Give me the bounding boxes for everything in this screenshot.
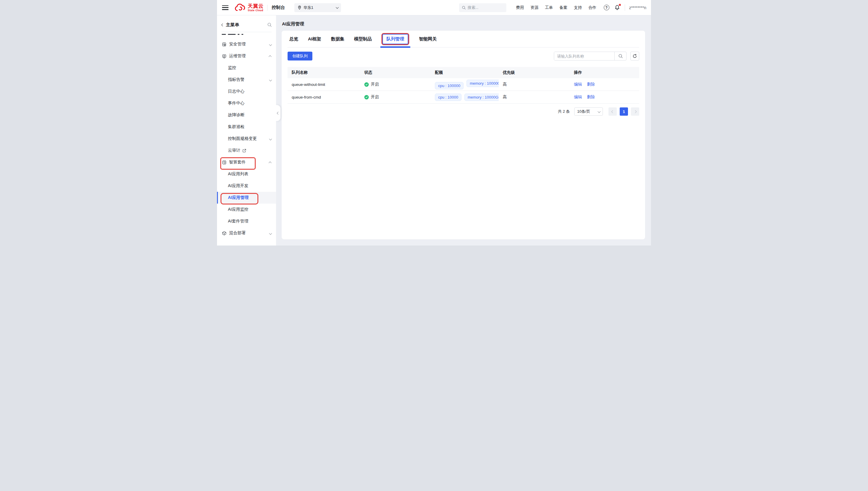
sidebar-item-event-center[interactable]: 事件中心 — [217, 97, 276, 109]
chevron-down-icon — [269, 79, 272, 82]
sidebar-item-metric-alerts[interactable]: 指标告警 — [217, 74, 276, 86]
tab-bar: 总览 AI框架 数据集 模型制品 队列管理 智能网关 — [287, 31, 639, 48]
sidebar-item-ai-app-mgmt[interactable]: AI应用管理 — [217, 192, 276, 204]
sidebar-item-cloud-audit[interactable]: 云审计 — [217, 145, 276, 156]
nav-link-filing[interactable]: 备案 — [559, 5, 567, 10]
sidebar-item-label: AI应用监控 — [228, 207, 248, 212]
sidebar-item-label: 监控 — [228, 65, 236, 70]
cpu-quota-tag: cpu : 10000 — [435, 93, 461, 101]
tab-model-artifact[interactable]: 模型制品 — [354, 36, 372, 42]
next-page-button[interactable] — [631, 107, 639, 116]
cloud-logo-icon — [234, 3, 246, 12]
col-header-status: 状态 — [360, 67, 431, 78]
chevron-left-icon — [221, 23, 224, 26]
region-selector[interactable]: 华东1 — [295, 3, 341, 12]
edit-link[interactable]: 编辑 — [574, 82, 582, 86]
tab-queue-mgmt-active[interactable]: 队列管理 — [382, 33, 409, 45]
sidebar-item-label: 云审计 — [228, 148, 240, 153]
help-icon[interactable]: ? — [604, 5, 609, 10]
sidebar-item-ai-suite-mgmt[interactable]: AI套件管理 — [217, 215, 276, 227]
global-search-input[interactable] — [468, 5, 500, 10]
status-enabled-icon — [364, 82, 369, 87]
prev-page-button[interactable] — [609, 107, 617, 116]
sidebar-item-label: AI应用管理 — [228, 195, 249, 200]
nav-link-partner[interactable]: 合作 — [588, 5, 596, 10]
sidebar-item-ai-compute-suite[interactable]: 智算套件 — [217, 156, 276, 168]
back-button[interactable] — [222, 24, 224, 26]
cpu-quota-tag: cpu : 100000 — [435, 82, 464, 89]
sidebar-item-label: 事件中心 — [228, 100, 245, 106]
logo-en: State Cloud — [248, 9, 264, 12]
delete-link[interactable]: 删除 — [587, 95, 595, 99]
status-cell: 开启 — [364, 91, 427, 103]
sidebar-item-label: AI应用列表 — [228, 171, 248, 177]
tab-smart-gateway[interactable]: 智能网关 — [419, 36, 437, 42]
user-account[interactable]: z********n — [629, 5, 646, 10]
col-header-quota: 配额 — [431, 67, 499, 78]
table-header-row: 队列名称 状态 配额 优先级 操作 — [287, 67, 639, 78]
sidebar-search-icon[interactable] — [267, 22, 272, 27]
annotation-box-queue-tab: 队列管理 — [382, 33, 409, 45]
sidebar-item-label: 运维管理 — [229, 53, 246, 59]
col-header-queue-name: 队列名称 — [287, 67, 360, 78]
queue-search-button[interactable] — [614, 52, 626, 60]
nav-link-support[interactable]: 支持 — [574, 5, 582, 10]
tab-ai-framework[interactable]: AI框架 — [308, 36, 321, 42]
sidebar-item-ai-app-monitoring[interactable]: AI应用监控 — [217, 204, 276, 215]
sidebar-item-label: 集群巡检 — [228, 124, 245, 129]
global-search[interactable] — [459, 3, 506, 12]
status-text: 开启 — [371, 82, 379, 87]
top-bar: 天翼云 State Cloud 控制台 华东1 — [217, 0, 651, 16]
sidebar-item-label: 故障诊断 — [228, 112, 245, 118]
tab-dataset[interactable]: 数据集 — [331, 36, 344, 42]
nav-link-tickets[interactable]: 工单 — [545, 5, 553, 10]
table-row: queue-from-cmd 开启 cpu : 10000mem — [287, 91, 639, 104]
logo-text: 天翼云 State Cloud — [248, 3, 264, 12]
sidebar-item-label: 智算套件 — [229, 160, 246, 165]
console-label[interactable]: 控制台 — [272, 5, 285, 10]
page-title: AI应用管理 — [282, 21, 304, 27]
notifications-button[interactable] — [614, 5, 620, 10]
active-tab-underline — [380, 46, 410, 48]
ops-console-icon — [222, 54, 226, 58]
clipped-menu-item — [222, 32, 276, 35]
page-size-select[interactable]: 10条/页 — [574, 107, 603, 116]
sidebar-title: 主菜单 — [226, 22, 239, 28]
create-queue-button[interactable]: 创建队列 — [287, 52, 312, 60]
sidebar-item-hybrid-deployment[interactable]: 混合部署 — [217, 227, 276, 239]
edit-link[interactable]: 编辑 — [574, 95, 582, 99]
sidebar-item-label: AI套件管理 — [228, 219, 248, 224]
tab-queue-mgmt-label: 队列管理 — [382, 34, 408, 44]
status-cell: 开启 — [364, 78, 427, 91]
queue-name-input[interactable] — [554, 52, 614, 60]
page-number-1[interactable]: 1 — [620, 107, 628, 116]
grid-shield-icon — [222, 42, 226, 47]
sidebar-header: 主菜单 — [222, 20, 272, 30]
toolbar-right — [554, 52, 639, 60]
sidebar-item-security-mgmt[interactable]: 安全管理 — [217, 38, 276, 50]
tab-overview[interactable]: 总览 — [289, 36, 298, 42]
brand-logo[interactable]: 天翼云 State Cloud — [234, 3, 264, 12]
sidebar-item-ops-mgmt[interactable]: 运维管理 — [217, 50, 276, 62]
sidebar-item-fault-diagnosis[interactable]: 故障诊断 — [217, 109, 276, 121]
sidebar-item-ai-app-dev[interactable]: AI应用开发 — [217, 180, 276, 192]
sidebar-collapse-handle[interactable] — [276, 105, 280, 121]
sidebar-item-log-center[interactable]: 日志中心 — [217, 86, 276, 97]
hamburger-menu-icon[interactable] — [222, 5, 228, 10]
nav-link-resources[interactable]: 资源 — [531, 5, 538, 10]
sidebar-item-cluster-inspection[interactable]: 集群巡检 — [217, 121, 276, 133]
chevron-up-icon — [269, 162, 272, 164]
topbar-nav: 费用 资源 工单 备案 支持 合作 — [513, 5, 599, 10]
sidebar-item-control-plane-spec[interactable]: 控制面规格变更 — [217, 133, 276, 145]
delete-link[interactable]: 删除 — [587, 82, 595, 86]
refresh-button[interactable] — [630, 52, 639, 60]
sidebar-item-label: 安全管理 — [229, 41, 246, 47]
sidebar-item-monitoring[interactable]: 监控 — [217, 62, 276, 74]
sidebar-item-ai-app-list[interactable]: AI应用列表 — [217, 168, 276, 180]
content-card: 总览 AI框架 数据集 模型制品 队列管理 智能网关 创建队列 — [282, 31, 645, 239]
external-link-icon — [243, 149, 246, 152]
page: 天翼云 State Cloud 控制台 华东1 — [217, 0, 651, 246]
chevron-down-icon — [597, 110, 600, 113]
topbar-right: 费用 资源 工单 备案 支持 合作 ? z********n — [459, 3, 651, 12]
nav-link-billing[interactable]: 费用 — [516, 5, 524, 10]
